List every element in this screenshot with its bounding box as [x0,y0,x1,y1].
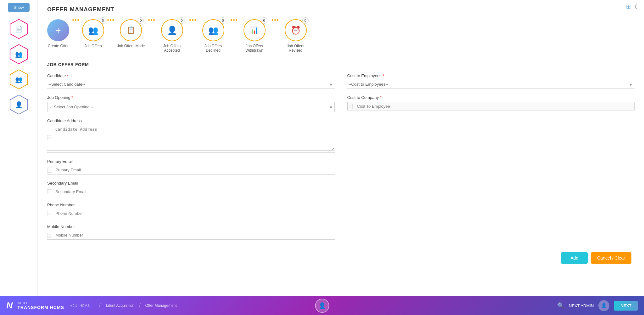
secondary-email-icon: □ [47,189,52,194]
job-opening-label: Job Opening * [47,95,335,100]
mobile-number-label: Mobile Number [47,224,335,229]
job-offers-revised-icon: ⏰ [291,26,301,35]
left-column: Candidate * --Select Candidate-- Job Ope… [47,73,335,240]
candidate-label: Candidate * [47,73,335,78]
cost-to-employees-label: Cost to Employees * [347,73,635,78]
sidebar-icon-documents[interactable]: 📄 [8,18,30,40]
cost-to-company-group: Cost to Company * □ [347,95,635,111]
step-label-job-offers-made: Job Offers Made [117,44,145,48]
cost-to-employees-group: Cost to Employees * --Cost to Employees-… [347,73,635,89]
svg-text:📄: 📄 [15,26,23,33]
sidebar-icon-team-pink[interactable]: 👥 [8,43,30,65]
pipeline: ＋ Create Offer 0 👥 Job Offers 0 📋 Job Of… [47,19,635,53]
job-opening-select[interactable]: -- Select Job Opening -- [47,102,335,112]
mobile-number-icon: □ [47,233,52,238]
cost-to-employees-select[interactable]: --Cost to Employees-- [347,80,635,89]
candidate-address-textarea[interactable] [54,125,335,150]
svg-text:👥: 👥 [15,76,23,83]
dots-4 [186,19,199,30]
candidate-address-group: Candidate Address □ [47,118,335,153]
candidate-select-wrapper: --Select Candidate-- [47,80,335,89]
job-offers-revised-count: 0 [302,17,309,24]
secondary-email-group: Secondary Email □ [47,181,335,196]
sidebar: Show 📄 👥 👥 👤 [0,0,38,296]
primary-email-group: Primary Email □ [47,159,335,175]
step-circle-job-offers-revised: 0 ⏰ [285,19,307,41]
secondary-email-input[interactable] [54,187,335,196]
step-circle-create-offer: ＋ [47,19,69,41]
pipeline-step-job-offers[interactable]: 0 👥 Job Offers [82,19,104,48]
job-offers-accepted-icon: 👤 [167,26,177,35]
phone-number-group: Phone Number □ [47,203,335,218]
step-circle-job-offers: 0 👥 [82,19,104,41]
sidebar-icon-team-blue[interactable]: 👤 [8,94,30,116]
step-label-job-offers-revised: Job Offers Revised [282,44,310,53]
job-offers-withdrawn-count: 0 [261,17,267,24]
top-right-actions: ⊞ ❮ [626,3,638,10]
add-button[interactable]: Add [561,252,588,264]
step-circle-job-offers-withdrawn: 0 📊 [244,19,266,41]
pipeline-step-job-offers-revised[interactable]: 0 ⏰ Job Offers Revised [282,19,310,53]
svg-text:👥: 👥 [15,51,23,58]
primary-email-input[interactable] [54,166,335,174]
sidebar-icon-team-orange[interactable]: 👥 [8,68,30,90]
dots-3 [145,19,158,30]
cost-to-company-icon: □ [348,104,353,109]
step-label-job-offers: Job Offers [84,44,102,48]
pipeline-step-create-offer[interactable]: ＋ Create Offer [47,19,69,48]
phone-number-input[interactable] [54,209,335,218]
candidate-address-label: Candidate Address [47,118,335,123]
right-column: Cost to Employees * --Cost to Employees-… [347,73,635,240]
secondary-email-label: Secondary Email [47,181,335,186]
create-offer-icon: ＋ [54,24,63,36]
secondary-email-input-wrapper: □ [47,187,335,196]
mobile-number-group: Mobile Number □ [47,224,335,240]
grid-icon[interactable]: ⊞ [626,3,631,10]
job-opening-group: Job Opening * -- Select Job Opening -- [47,95,335,112]
mobile-number-input-wrapper: □ [47,231,335,240]
job-offers-declined-count: 0 [220,17,226,24]
phone-number-icon: □ [47,211,52,216]
step-label-job-offers-accepted: Job Offers Accepted [158,44,186,53]
cost-to-company-input-wrapper: □ [347,102,635,111]
dots-6 [269,19,282,30]
show-button[interactable]: Show [8,3,30,12]
mobile-number-input[interactable] [54,231,335,239]
form-section-title: JOB OFFER FORM [47,62,635,67]
phone-number-input-wrapper: □ [47,209,335,218]
job-offers-made-count: 0 [137,17,144,24]
phone-number-label: Phone Number [47,203,335,207]
pipeline-step-job-offers-withdrawn[interactable]: 0 📊 Job Offers Withdrawn [240,19,269,53]
job-offers-made-icon: 📋 [127,26,135,34]
candidate-group: Candidate * --Select Candidate-- [47,73,335,89]
job-offers-icon: 👥 [88,26,98,35]
candidate-address-input-wrapper: □ [47,125,335,151]
pipeline-step-job-offers-accepted[interactable]: 0 👤 Job Offers Accepted [158,19,186,53]
cost-to-employees-required: * [382,73,384,78]
step-circle-job-offers-declined: 0 👥 [202,19,224,41]
candidate-address-icon: □ [47,135,52,140]
page-title: OFFER MANAGEMENT [47,6,635,13]
dots-2 [104,19,117,30]
job-offers-declined-icon: 👥 [208,26,218,35]
job-offer-form: Candidate * --Select Candidate-- Job Ope… [47,73,635,240]
dots-1 [69,19,82,30]
action-buttons: Add Cancel / Clear [47,252,635,264]
job-offers-withdrawn-icon: 📊 [250,26,259,34]
step-label-job-offers-declined: Job Offers Declined [199,44,227,53]
step-circle-job-offers-made: 0 📋 [120,19,142,41]
pipeline-step-job-offers-declined[interactable]: 0 👥 Job Offers Declined [199,19,227,53]
collapse-arrow-icon[interactable]: ❮ [634,4,638,10]
primary-email-icon: □ [47,168,52,173]
dots-5 [227,19,240,30]
candidate-select[interactable]: --Select Candidate-- [47,80,335,89]
step-circle-job-offers-accepted: 0 👤 [161,19,183,41]
pipeline-step-job-offers-made[interactable]: 0 📋 Job Offers Made [117,19,145,48]
cost-to-company-label: Cost to Company * [347,95,635,100]
cost-to-employees-select-wrapper: --Cost to Employees-- [347,80,635,89]
cost-to-company-input[interactable] [355,102,635,111]
cancel-button[interactable]: Cancel / Clear [591,252,631,264]
primary-email-label: Primary Email [47,159,335,164]
job-opening-required: * [70,95,73,100]
cost-to-company-required: * [379,95,382,100]
